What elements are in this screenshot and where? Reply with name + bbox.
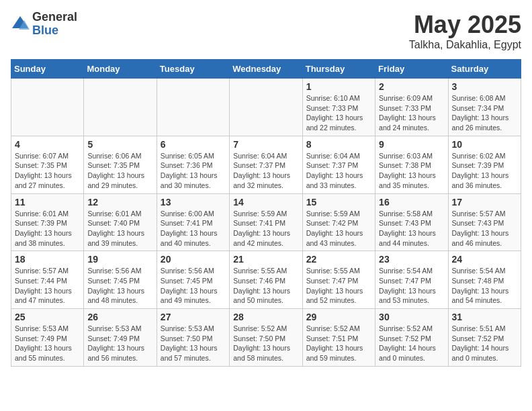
calendar-cell: 27Sunrise: 5:53 AMSunset: 7:50 PMDayligh… (157, 309, 229, 367)
day-number: 17 (452, 197, 517, 208)
day-info: Sunrise: 5:55 AMSunset: 7:47 PMDaylight:… (306, 266, 371, 306)
calendar-cell: 28Sunrise: 5:52 AMSunset: 7:50 PMDayligh… (230, 309, 302, 367)
calendar-cell: 31Sunrise: 5:51 AMSunset: 7:52 PMDayligh… (448, 309, 521, 367)
calendar-cell (11, 79, 84, 136)
day-number: 30 (379, 312, 444, 322)
calendar-cell: 8Sunrise: 6:04 AMSunset: 7:37 PMDaylight… (302, 136, 375, 193)
calendar-cell: 26Sunrise: 5:53 AMSunset: 7:49 PMDayligh… (84, 309, 157, 367)
week-row-1: 1Sunrise: 6:10 AMSunset: 7:33 PMDaylight… (11, 79, 521, 136)
calendar-cell: 5Sunrise: 6:06 AMSunset: 7:35 PMDaylight… (84, 136, 157, 193)
calendar-cell: 7Sunrise: 6:04 AMSunset: 7:37 PMDaylight… (230, 136, 302, 193)
day-number: 2 (379, 81, 444, 92)
day-number: 15 (306, 197, 371, 208)
calendar-cell: 15Sunrise: 5:59 AMSunset: 7:42 PMDayligh… (302, 193, 375, 251)
calendar-cell: 18Sunrise: 5:57 AMSunset: 7:44 PMDayligh… (11, 251, 84, 309)
day-info: Sunrise: 6:08 AMSunset: 7:34 PMDaylight:… (452, 93, 517, 133)
weekday-header-saturday: Saturday (448, 60, 521, 79)
day-number: 25 (15, 312, 80, 322)
week-row-4: 18Sunrise: 5:57 AMSunset: 7:44 PMDayligh… (11, 251, 521, 309)
calendar-cell: 3Sunrise: 6:08 AMSunset: 7:34 PMDaylight… (448, 79, 521, 136)
calendar-cell: 13Sunrise: 6:00 AMSunset: 7:41 PMDayligh… (157, 193, 229, 251)
day-number: 22 (306, 254, 371, 265)
calendar-cell: 22Sunrise: 5:55 AMSunset: 7:47 PMDayligh… (302, 251, 375, 309)
logo-general-text: General (32, 11, 77, 24)
calendar-cell: 20Sunrise: 5:56 AMSunset: 7:45 PMDayligh… (157, 251, 229, 309)
calendar-cell: 23Sunrise: 5:54 AMSunset: 7:47 PMDayligh… (375, 251, 448, 309)
calendar-cell: 30Sunrise: 5:52 AMSunset: 7:52 PMDayligh… (375, 309, 448, 367)
calendar-cell: 29Sunrise: 5:52 AMSunset: 7:51 PMDayligh… (302, 309, 375, 367)
day-info: Sunrise: 5:59 AMSunset: 7:42 PMDaylight:… (306, 209, 371, 248)
day-info: Sunrise: 5:52 AMSunset: 7:51 PMDaylight:… (306, 324, 371, 363)
calendar-cell: 14Sunrise: 5:59 AMSunset: 7:41 PMDayligh… (230, 193, 302, 251)
page-header: General Blue May 2025 Talkha, Dakahlia, … (11, 11, 521, 51)
day-number: 6 (161, 139, 226, 150)
calendar-cell: 17Sunrise: 5:57 AMSunset: 7:43 PMDayligh… (448, 193, 521, 251)
day-number: 21 (233, 254, 298, 265)
day-info: Sunrise: 6:02 AMSunset: 7:39 PMDaylight:… (452, 151, 517, 191)
weekday-header-row: SundayMondayTuesdayWednesdayThursdayFrid… (11, 60, 521, 79)
day-info: Sunrise: 5:53 AMSunset: 7:50 PMDaylight:… (161, 324, 226, 363)
calendar-cell: 25Sunrise: 5:53 AMSunset: 7:49 PMDayligh… (11, 309, 84, 367)
day-info: Sunrise: 6:01 AMSunset: 7:39 PMDaylight:… (15, 209, 80, 248)
day-number: 19 (87, 254, 152, 265)
day-number: 11 (15, 197, 80, 208)
weekday-header-sunday: Sunday (11, 60, 84, 79)
day-number: 29 (306, 312, 371, 322)
day-info: Sunrise: 6:09 AMSunset: 7:33 PMDaylight:… (379, 93, 444, 133)
weekday-header-wednesday: Wednesday (230, 60, 302, 79)
day-info: Sunrise: 5:56 AMSunset: 7:45 PMDaylight:… (87, 266, 152, 306)
calendar-cell: 10Sunrise: 6:02 AMSunset: 7:39 PMDayligh… (448, 136, 521, 193)
calendar-cell: 2Sunrise: 6:09 AMSunset: 7:33 PMDaylight… (375, 79, 448, 136)
day-number: 12 (87, 197, 152, 208)
month-title: May 2025 (409, 11, 521, 39)
day-number: 1 (306, 81, 371, 92)
day-info: Sunrise: 5:56 AMSunset: 7:45 PMDaylight:… (161, 266, 226, 306)
location-title: Talkha, Dakahlia, Egypt (409, 39, 521, 51)
day-number: 31 (452, 312, 517, 322)
day-info: Sunrise: 6:06 AMSunset: 7:35 PMDaylight:… (87, 151, 152, 191)
day-info: Sunrise: 6:04 AMSunset: 7:37 PMDaylight:… (233, 151, 298, 191)
day-info: Sunrise: 5:51 AMSunset: 7:52 PMDaylight:… (452, 324, 517, 363)
weekday-header-thursday: Thursday (302, 60, 375, 79)
weekday-header-friday: Friday (375, 60, 448, 79)
day-info: Sunrise: 5:54 AMSunset: 7:48 PMDaylight:… (452, 266, 517, 306)
calendar-cell: 12Sunrise: 6:01 AMSunset: 7:40 PMDayligh… (84, 193, 157, 251)
calendar-cell: 16Sunrise: 5:58 AMSunset: 7:43 PMDayligh… (375, 193, 448, 251)
logo-text: General Blue (32, 11, 77, 38)
calendar-cell: 19Sunrise: 5:56 AMSunset: 7:45 PMDayligh… (84, 251, 157, 309)
logo-icon (11, 15, 30, 34)
day-number: 18 (15, 254, 80, 265)
day-number: 26 (87, 312, 152, 322)
day-number: 28 (233, 312, 298, 322)
day-number: 10 (452, 139, 517, 150)
calendar-cell: 1Sunrise: 6:10 AMSunset: 7:33 PMDaylight… (302, 79, 375, 136)
day-info: Sunrise: 6:04 AMSunset: 7:37 PMDaylight:… (306, 151, 371, 191)
day-info: Sunrise: 6:10 AMSunset: 7:33 PMDaylight:… (306, 93, 371, 133)
day-number: 23 (379, 254, 444, 265)
weekday-header-tuesday: Tuesday (157, 60, 229, 79)
calendar-cell: 11Sunrise: 6:01 AMSunset: 7:39 PMDayligh… (11, 193, 84, 251)
day-number: 5 (87, 139, 152, 150)
week-row-3: 11Sunrise: 6:01 AMSunset: 7:39 PMDayligh… (11, 193, 521, 251)
calendar-cell (230, 79, 302, 136)
week-row-5: 25Sunrise: 5:53 AMSunset: 7:49 PMDayligh… (11, 309, 521, 367)
calendar-cell (84, 79, 157, 136)
day-number: 27 (161, 312, 226, 322)
day-info: Sunrise: 5:54 AMSunset: 7:47 PMDaylight:… (379, 266, 444, 306)
day-info: Sunrise: 6:05 AMSunset: 7:36 PMDaylight:… (161, 151, 226, 191)
day-number: 24 (452, 254, 517, 265)
day-info: Sunrise: 5:52 AMSunset: 7:52 PMDaylight:… (379, 324, 444, 363)
day-number: 20 (161, 254, 226, 265)
calendar-cell: 24Sunrise: 5:54 AMSunset: 7:48 PMDayligh… (448, 251, 521, 309)
calendar-table: SundayMondayTuesdayWednesdayThursdayFrid… (11, 59, 521, 367)
logo-blue-text: Blue (32, 24, 77, 38)
day-info: Sunrise: 5:59 AMSunset: 7:41 PMDaylight:… (233, 209, 298, 248)
day-info: Sunrise: 5:58 AMSunset: 7:43 PMDaylight:… (379, 209, 444, 248)
title-block: May 2025 Talkha, Dakahlia, Egypt (409, 11, 521, 51)
day-number: 13 (161, 197, 226, 208)
day-number: 3 (452, 81, 517, 92)
day-info: Sunrise: 6:01 AMSunset: 7:40 PMDaylight:… (87, 209, 152, 248)
calendar-cell: 6Sunrise: 6:05 AMSunset: 7:36 PMDaylight… (157, 136, 229, 193)
day-info: Sunrise: 6:03 AMSunset: 7:38 PMDaylight:… (379, 151, 444, 191)
day-number: 8 (306, 139, 371, 150)
